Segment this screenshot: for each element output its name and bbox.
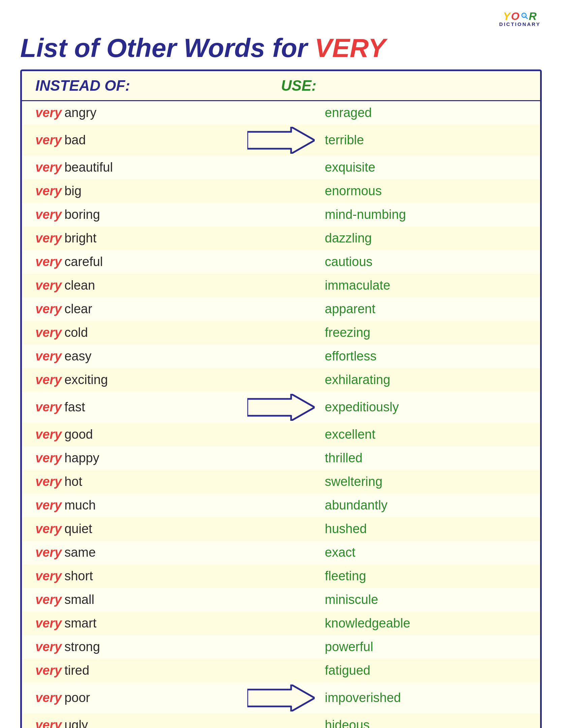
synonym-word: exhilarating: [325, 373, 527, 387]
table-header: INSTEAD OF: USE:: [22, 71, 540, 101]
very-word: very: [35, 160, 62, 175]
synonym-word: hideous: [325, 718, 527, 728]
main-table: INSTEAD OF: USE: veryangryenragedverybad…: [20, 69, 542, 728]
very-word: very: [35, 569, 62, 583]
very-word: very: [35, 663, 62, 678]
left-col: veryshort: [35, 569, 237, 583]
arrow-icon: [247, 394, 315, 421]
table-row: verybad terrible: [22, 125, 540, 156]
adj-word: careful: [64, 255, 103, 269]
synonym-word: enraged: [325, 106, 527, 120]
left-col: verybig: [35, 184, 237, 198]
left-col: verysmall: [35, 592, 237, 607]
left-col: veryeasy: [35, 349, 237, 363]
left-col: verygood: [35, 427, 237, 442]
very-word: very: [35, 427, 62, 442]
left-col: verybeautiful: [35, 160, 237, 175]
table-row: veryexcitingexhilarating: [22, 368, 540, 392]
left-col: veryfast: [35, 400, 237, 414]
column-use-header: USE:: [281, 77, 527, 94]
table-row: veryeasyeffortless: [22, 345, 540, 368]
adj-word: smart: [64, 616, 96, 631]
table-row: verysmallminiscule: [22, 588, 540, 612]
logo-y: Y: [503, 10, 510, 23]
synonym-word: terrible: [325, 133, 527, 147]
table-row: veryuglyhideous: [22, 714, 540, 728]
adj-word: short: [64, 569, 93, 583]
arrow-col: [237, 685, 325, 711]
title-very: VERY: [315, 33, 386, 63]
very-word: very: [35, 474, 62, 489]
very-word: very: [35, 325, 62, 340]
table-row: veryquiethushed: [22, 517, 540, 541]
svg-marker-5: [247, 685, 315, 711]
table-row: verycarefulcautious: [22, 250, 540, 274]
logo-bottom-text: DICTIONARY: [499, 21, 541, 27]
adj-word: boring: [64, 207, 100, 222]
left-col: verypoor: [35, 691, 237, 705]
adj-word: same: [64, 545, 96, 560]
left-col: verycold: [35, 325, 237, 340]
table-row: verysmartknowledgeable: [22, 612, 540, 635]
adj-word: much: [64, 498, 96, 513]
logo-r: R: [529, 10, 537, 23]
header: Y O R DICTIONARY: [20, 7, 542, 30]
synonym-word: excellent: [325, 427, 527, 442]
synonym-word: freezing: [325, 325, 527, 340]
arrow-col: [237, 127, 325, 154]
table-row: verymuchabundantly: [22, 494, 540, 517]
very-word: very: [35, 349, 62, 363]
svg-marker-3: [247, 127, 315, 154]
synonym-word: impoverished: [325, 691, 527, 705]
adj-word: good: [64, 427, 93, 442]
adj-word: quiet: [64, 522, 92, 536]
synonym-word: mind-numbing: [325, 207, 527, 222]
table-row: verysameexact: [22, 541, 540, 564]
very-word: very: [35, 545, 62, 560]
table-row: verytiredfatigued: [22, 659, 540, 682]
adj-word: strong: [64, 640, 100, 654]
very-word: very: [35, 592, 62, 607]
synonym-word: enormous: [325, 184, 527, 198]
arrow-icon: [247, 127, 315, 154]
very-word: very: [35, 184, 62, 198]
adj-word: tired: [64, 663, 89, 678]
svg-line-1: [526, 17, 527, 19]
synonym-word: exquisite: [325, 160, 527, 175]
very-word: very: [35, 640, 62, 654]
left-col: veryangry: [35, 106, 237, 120]
table-row: verygoodexcellent: [22, 423, 540, 446]
table-row: veryhotsweltering: [22, 470, 540, 494]
adj-word: angry: [64, 106, 96, 120]
very-word: very: [35, 691, 62, 705]
very-word: very: [35, 207, 62, 222]
synonym-word: immaculate: [325, 278, 527, 293]
magnifier-icon: [521, 12, 528, 20]
adj-word: small: [64, 592, 94, 607]
very-word: very: [35, 616, 62, 631]
very-word: very: [35, 718, 62, 728]
table-row: veryangryenraged: [22, 101, 540, 125]
very-word: very: [35, 373, 62, 387]
very-word: very: [35, 106, 62, 120]
synonym-word: abundantly: [325, 498, 527, 513]
synonym-word: apparent: [325, 302, 527, 316]
left-col: veryhappy: [35, 451, 237, 465]
adj-word: bright: [64, 231, 96, 245]
synonym-word: sweltering: [325, 474, 527, 489]
left-col: veryexciting: [35, 373, 237, 387]
very-word: very: [35, 522, 62, 536]
very-word: very: [35, 255, 62, 269]
left-col: verysmart: [35, 616, 237, 631]
table-row: veryboringmind-numbing: [22, 203, 540, 227]
table-row: verystrongpowerful: [22, 635, 540, 659]
left-col: verytired: [35, 663, 237, 678]
table-row: verybigenormous: [22, 179, 540, 203]
synonym-word: miniscule: [325, 592, 527, 607]
table-row: verycoldfreezing: [22, 321, 540, 345]
table-body: veryangryenragedverybad terribleverybeau…: [22, 101, 540, 728]
very-word: very: [35, 400, 62, 414]
table-row: verypoor impoverished: [22, 682, 540, 714]
very-word: very: [35, 278, 62, 293]
adj-word: hot: [64, 474, 82, 489]
